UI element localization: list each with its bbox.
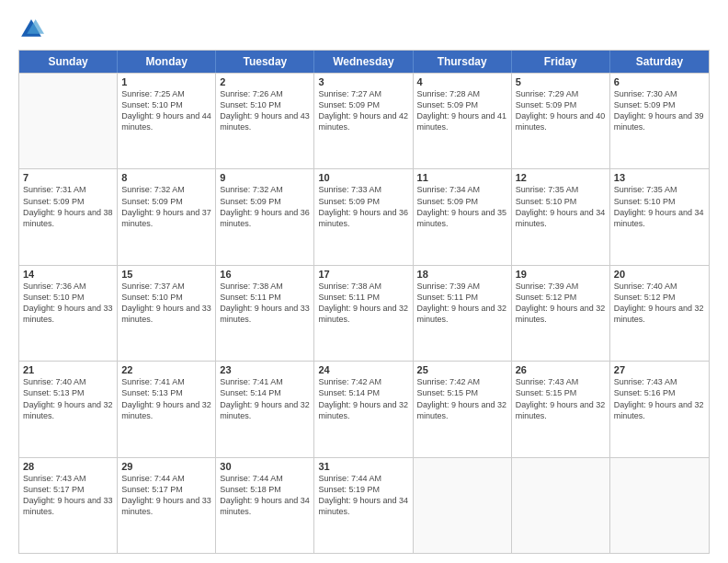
day-number: 7 — [23, 172, 113, 183]
day-number: 5 — [516, 76, 606, 87]
day-number: 26 — [516, 364, 606, 375]
cell-info: Sunrise: 7:35 AMSunset: 5:10 PMDaylight:… — [516, 184, 606, 229]
cell-info: Sunrise: 7:32 AMSunset: 5:09 PMDaylight:… — [220, 184, 310, 229]
cell-info: Sunrise: 7:29 AMSunset: 5:09 PMDaylight:… — [516, 88, 606, 133]
day-number: 8 — [121, 172, 211, 183]
day-number: 17 — [318, 269, 408, 280]
day-cell-15: 15Sunrise: 7:37 AMSunset: 5:10 PMDayligh… — [118, 266, 216, 361]
day-number: 14 — [23, 269, 113, 280]
header-day-saturday: Saturday — [610, 51, 709, 73]
cell-info: Sunrise: 7:44 AMSunset: 5:17 PMDaylight:… — [121, 473, 211, 518]
day-number: 11 — [417, 172, 507, 183]
day-number: 10 — [318, 172, 408, 183]
cell-info: Sunrise: 7:38 AMSunset: 5:11 PMDaylight:… — [318, 281, 408, 326]
header — [18, 17, 710, 42]
day-cell-3: 3Sunrise: 7:27 AMSunset: 5:09 PMDaylight… — [314, 74, 413, 168]
header-day-wednesday: Wednesday — [314, 51, 413, 73]
day-cell-9: 9Sunrise: 7:32 AMSunset: 5:09 PMDaylight… — [216, 169, 314, 264]
day-cell-25: 25Sunrise: 7:42 AMSunset: 5:15 PMDayligh… — [414, 362, 512, 456]
day-number: 1 — [121, 76, 211, 87]
cell-info: Sunrise: 7:32 AMSunset: 5:09 PMDaylight:… — [121, 184, 211, 229]
week-row-3: 21Sunrise: 7:40 AMSunset: 5:13 PMDayligh… — [19, 361, 709, 456]
day-number: 28 — [23, 461, 113, 472]
day-cell-2: 2Sunrise: 7:26 AMSunset: 5:10 PMDaylight… — [216, 74, 314, 168]
cell-info: Sunrise: 7:39 AMSunset: 5:11 PMDaylight:… — [417, 281, 507, 326]
logo-icon — [18, 17, 44, 42]
day-cell-22: 22Sunrise: 7:41 AMSunset: 5:13 PMDayligh… — [118, 362, 216, 456]
day-number: 4 — [417, 76, 507, 87]
cell-info: Sunrise: 7:38 AMSunset: 5:11 PMDaylight:… — [220, 281, 310, 326]
day-cell-4: 4Sunrise: 7:28 AMSunset: 5:09 PMDaylight… — [414, 74, 512, 168]
day-cell-29: 29Sunrise: 7:44 AMSunset: 5:17 PMDayligh… — [118, 458, 216, 553]
cell-info: Sunrise: 7:30 AMSunset: 5:09 PMDaylight:… — [614, 88, 705, 133]
cell-info: Sunrise: 7:36 AMSunset: 5:10 PMDaylight:… — [23, 281, 113, 326]
day-cell-13: 13Sunrise: 7:35 AMSunset: 5:10 PMDayligh… — [610, 169, 709, 264]
day-cell-1: 1Sunrise: 7:25 AMSunset: 5:10 PMDaylight… — [118, 74, 216, 168]
header-day-thursday: Thursday — [414, 51, 512, 73]
cell-info: Sunrise: 7:44 AMSunset: 5:19 PMDaylight:… — [318, 473, 408, 518]
day-cell-10: 10Sunrise: 7:33 AMSunset: 5:09 PMDayligh… — [314, 169, 413, 264]
empty-cell — [512, 458, 610, 553]
day-cell-18: 18Sunrise: 7:39 AMSunset: 5:11 PMDayligh… — [414, 266, 512, 361]
cell-info: Sunrise: 7:35 AMSunset: 5:10 PMDaylight:… — [614, 184, 705, 229]
week-row-4: 28Sunrise: 7:43 AMSunset: 5:17 PMDayligh… — [19, 457, 709, 553]
cell-info: Sunrise: 7:33 AMSunset: 5:09 PMDaylight:… — [318, 184, 408, 229]
day-cell-24: 24Sunrise: 7:42 AMSunset: 5:14 PMDayligh… — [314, 362, 413, 456]
day-cell-31: 31Sunrise: 7:44 AMSunset: 5:19 PMDayligh… — [314, 458, 413, 553]
day-number: 2 — [220, 76, 310, 87]
day-cell-19: 19Sunrise: 7:39 AMSunset: 5:12 PMDayligh… — [512, 266, 610, 361]
week-row-2: 14Sunrise: 7:36 AMSunset: 5:10 PMDayligh… — [19, 265, 709, 361]
day-cell-11: 11Sunrise: 7:34 AMSunset: 5:09 PMDayligh… — [414, 169, 512, 264]
day-number: 9 — [220, 172, 310, 183]
cell-info: Sunrise: 7:41 AMSunset: 5:14 PMDaylight:… — [220, 376, 310, 421]
day-cell-27: 27Sunrise: 7:43 AMSunset: 5:16 PMDayligh… — [610, 362, 709, 456]
day-cell-26: 26Sunrise: 7:43 AMSunset: 5:15 PMDayligh… — [512, 362, 610, 456]
week-row-1: 7Sunrise: 7:31 AMSunset: 5:09 PMDaylight… — [19, 168, 709, 264]
day-number: 12 — [516, 172, 606, 183]
week-row-0: 1Sunrise: 7:25 AMSunset: 5:10 PMDaylight… — [19, 73, 709, 168]
logo — [18, 17, 48, 42]
day-cell-8: 8Sunrise: 7:32 AMSunset: 5:09 PMDaylight… — [118, 169, 216, 264]
cell-info: Sunrise: 7:44 AMSunset: 5:18 PMDaylight:… — [220, 473, 310, 518]
day-number: 29 — [121, 461, 211, 472]
day-number: 15 — [121, 269, 211, 280]
cell-info: Sunrise: 7:41 AMSunset: 5:13 PMDaylight:… — [121, 376, 211, 421]
header-day-sunday: Sunday — [19, 51, 118, 73]
cell-info: Sunrise: 7:25 AMSunset: 5:10 PMDaylight:… — [121, 88, 211, 133]
cell-info: Sunrise: 7:42 AMSunset: 5:14 PMDaylight:… — [318, 376, 408, 421]
calendar: SundayMondayTuesdayWednesdayThursdayFrid… — [18, 50, 710, 554]
empty-cell — [414, 458, 512, 553]
calendar-header: SundayMondayTuesdayWednesdayThursdayFrid… — [19, 51, 709, 73]
calendar-body: 1Sunrise: 7:25 AMSunset: 5:10 PMDaylight… — [19, 73, 709, 553]
day-number: 30 — [220, 461, 310, 472]
day-cell-6: 6Sunrise: 7:30 AMSunset: 5:09 PMDaylight… — [610, 74, 709, 168]
cell-info: Sunrise: 7:40 AMSunset: 5:12 PMDaylight:… — [614, 281, 705, 326]
day-cell-28: 28Sunrise: 7:43 AMSunset: 5:17 PMDayligh… — [19, 458, 118, 553]
cell-info: Sunrise: 7:34 AMSunset: 5:09 PMDaylight:… — [417, 184, 507, 229]
header-day-tuesday: Tuesday — [216, 51, 314, 73]
day-cell-17: 17Sunrise: 7:38 AMSunset: 5:11 PMDayligh… — [314, 266, 413, 361]
day-number: 21 — [23, 364, 113, 375]
day-number: 23 — [220, 364, 310, 375]
day-number: 25 — [417, 364, 507, 375]
day-number: 24 — [318, 364, 408, 375]
cell-info: Sunrise: 7:43 AMSunset: 5:15 PMDaylight:… — [516, 376, 606, 421]
cell-info: Sunrise: 7:26 AMSunset: 5:10 PMDaylight:… — [220, 88, 310, 133]
cell-info: Sunrise: 7:39 AMSunset: 5:12 PMDaylight:… — [516, 281, 606, 326]
day-number: 18 — [417, 269, 507, 280]
day-number: 27 — [614, 364, 705, 375]
empty-cell — [610, 458, 709, 553]
day-cell-5: 5Sunrise: 7:29 AMSunset: 5:09 PMDaylight… — [512, 74, 610, 168]
day-number: 20 — [614, 269, 705, 280]
day-cell-12: 12Sunrise: 7:35 AMSunset: 5:10 PMDayligh… — [512, 169, 610, 264]
day-number: 3 — [318, 76, 408, 87]
cell-info: Sunrise: 7:43 AMSunset: 5:17 PMDaylight:… — [23, 473, 113, 518]
header-day-friday: Friday — [512, 51, 610, 73]
day-number: 6 — [614, 76, 705, 87]
cell-info: Sunrise: 7:27 AMSunset: 5:09 PMDaylight:… — [318, 88, 408, 133]
day-cell-30: 30Sunrise: 7:44 AMSunset: 5:18 PMDayligh… — [216, 458, 314, 553]
day-number: 19 — [516, 269, 606, 280]
empty-cell — [19, 74, 118, 168]
day-number: 31 — [318, 461, 408, 472]
day-cell-23: 23Sunrise: 7:41 AMSunset: 5:14 PMDayligh… — [216, 362, 314, 456]
